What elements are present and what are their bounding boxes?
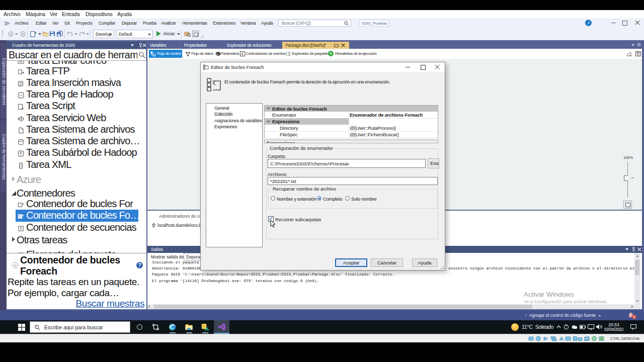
svg-text:x: x [216,53,218,56]
